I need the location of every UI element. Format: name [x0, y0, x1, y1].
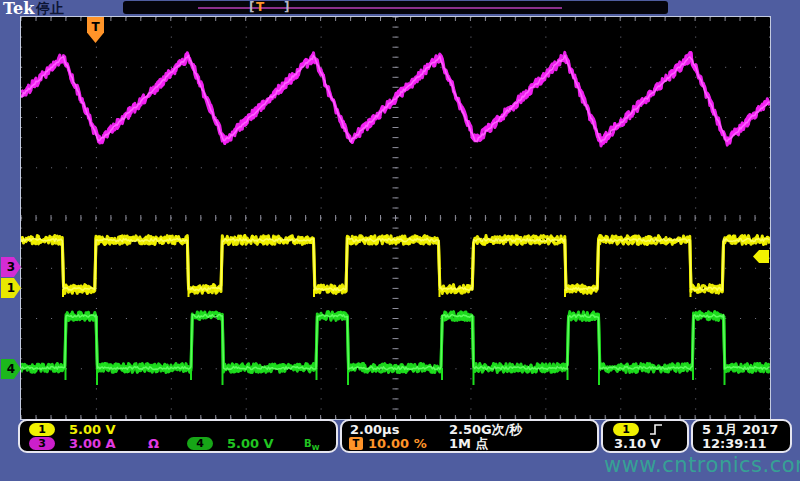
timebase-readout-box: 2.00µs 2.50G次/秒 T 10.00 % 1M 点	[340, 419, 599, 453]
record-length-readout: 1M 点	[449, 437, 489, 451]
channel-readout-box: 1 5.00 V 3 3.00 A Ω 4 5.00 V BW	[18, 419, 338, 453]
ch1-ground-marker-icon: 1	[1, 278, 21, 298]
ch1-badge: 1	[29, 423, 55, 436]
trigger-level-readout: 3.10 V	[614, 437, 661, 451]
datetime-box: 5 1月 2017 12:39:11	[691, 419, 792, 453]
oscilloscope-screenshot: { "header": {"brand": "Tek", "acq_status…	[0, 0, 800, 481]
ch4-bandwidth-limit-icon: BW	[304, 437, 319, 455]
window-bracket-right-icon: ]	[284, 0, 289, 14]
watermark-text: www.cntronics.com	[604, 453, 800, 477]
trigger-position-icon: T	[349, 437, 363, 450]
trigger-source-badge: 1	[613, 423, 639, 436]
ch3-scale-readout: 3.00 A	[69, 437, 116, 451]
graticule-area	[20, 16, 771, 420]
ch1-scale-readout: 5.00 V	[69, 423, 116, 437]
record-trigger-icon: T	[256, 0, 264, 14]
sample-rate-readout: 2.50G次/秒	[449, 423, 523, 437]
date-readout: 5 1月 2017	[702, 423, 778, 437]
ch3-coupling-icon: Ω	[148, 437, 159, 451]
window-bracket-left-icon: [	[249, 0, 254, 14]
ch4-scale-readout: 5.00 V	[227, 437, 274, 451]
time-readout: 12:39:11	[702, 437, 767, 451]
trigger-readout-box: 1 3.10 V	[601, 419, 689, 453]
ch3-ground-marker-icon: 3	[1, 257, 21, 277]
ch4-badge: 4	[187, 437, 213, 450]
record-position-bar: [ T ]	[123, 1, 668, 14]
trigger-position-readout: 10.00 %	[368, 437, 427, 451]
trigger-slope-rising-icon	[649, 423, 663, 436]
ch4-ground-marker-icon: 4	[1, 359, 21, 379]
waveform-display	[21, 17, 770, 419]
ch3-badge: 3	[29, 437, 55, 450]
timebase-scale-readout: 2.00µs	[350, 423, 399, 437]
